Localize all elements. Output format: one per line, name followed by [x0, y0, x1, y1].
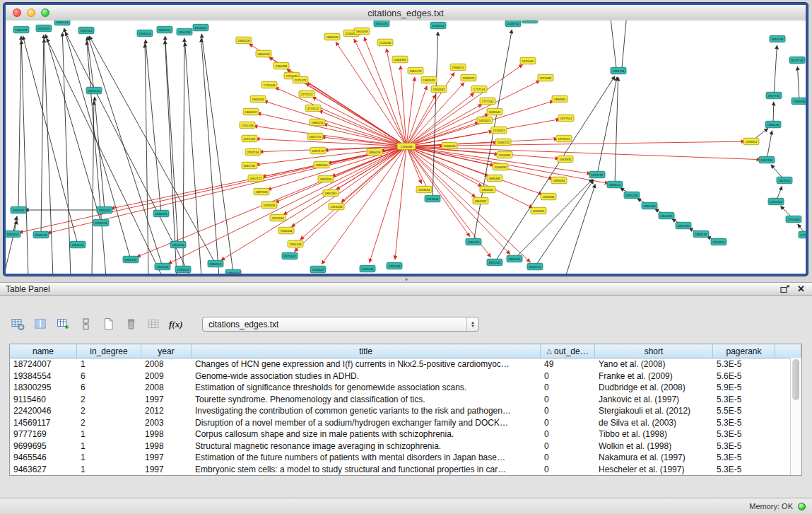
graph-node-label: 2275212: [300, 93, 313, 96]
cell-year: 1997: [141, 452, 192, 462]
cell-in_degree: 2: [77, 418, 141, 428]
minimize-window-button[interactable]: [27, 8, 35, 17]
cell-short: Dudbridge et al. (2008): [595, 382, 713, 392]
graph-node-label: 1633421: [478, 119, 491, 122]
table-row[interactable]: 1872400712008Changes of HCN gene express…: [10, 358, 801, 370]
cell-name: 9463627: [10, 465, 77, 474]
graph-edge: [615, 77, 618, 185]
window-titlebar[interactable]: citations_edges.txt: [6, 5, 806, 21]
graph-node-label: 1901245: [660, 214, 673, 218]
table-row[interactable]: 977716911998Corpus callosum shape and si…: [10, 428, 801, 440]
graph-node-label: 1890134: [643, 204, 656, 208]
graph-node-label: 1905014: [71, 243, 84, 247]
combobox-value: citations_edges.txt: [203, 320, 466, 329]
graph-node-label: 1895481: [488, 177, 501, 180]
graph-edge: [312, 97, 406, 146]
close-panel-icon[interactable]: ✕: [797, 284, 805, 294]
table-row[interactable]: 1830029562008Estimation of significance …: [10, 382, 801, 394]
graph-node-label: 1900124: [56, 21, 69, 24]
graph-node-label: 1891345: [677, 224, 690, 228]
table-row[interactable]: 2242004622012Investigating the contribut…: [10, 405, 801, 417]
toolbar-table-columns-button[interactable]: [31, 315, 50, 333]
column-header-short[interactable]: short: [595, 344, 713, 358]
graph-edge: [406, 73, 454, 146]
graph-node-label: 1890145: [695, 233, 707, 236]
graph-node-label: 7480831: [553, 98, 566, 101]
graph-node-label: 1958222: [462, 76, 475, 80]
table-row[interactable]: 911546021997Tourette syndrome. Phenomeno…: [10, 394, 801, 406]
cell-short: Hescheler et al. (1997): [595, 465, 713, 474]
column-header-title[interactable]: title: [192, 344, 541, 358]
graph-edge: [18, 36, 21, 210]
close-window-button[interactable]: [13, 8, 21, 17]
zoom-window-button[interactable]: [41, 8, 49, 17]
graph-node-label: 1861014: [158, 28, 171, 32]
cell-name: 9777169: [10, 429, 77, 439]
graph-edge: [300, 146, 406, 240]
graph-node-label: 1884474: [311, 121, 324, 124]
graph-node-label: 1891542: [488, 261, 501, 264]
toolbar-table-settings-button[interactable]: [8, 315, 28, 333]
table-row[interactable]: 946554611997Estimation of the future num…: [10, 452, 801, 464]
table-selector-combobox[interactable]: citations_edges.txt▲▼: [202, 317, 479, 332]
graph-edge: [319, 110, 406, 146]
table-body: 1872400712008Changes of HCN gene express…: [10, 358, 801, 475]
graph-node-label: 4275122: [307, 107, 319, 110]
cell-out_de: 0: [541, 382, 595, 392]
column-header-in_degree[interactable]: in_degree: [77, 344, 141, 358]
graph-node-label: 1895491: [553, 179, 565, 182]
toolbar-table-import-button[interactable]: [54, 315, 73, 333]
graph-edge: [145, 44, 148, 274]
cell-short: Nakamura et al. (1997): [595, 452, 713, 462]
toolbar-new-document-button[interactable]: [99, 315, 118, 333]
scrollbar-thumb[interactable]: [792, 359, 799, 400]
graph-node-label: 1211641: [493, 129, 505, 132]
network-graph[interactable]: 1724065190012818002182260881175144117754…: [6, 21, 806, 274]
graph-edge: [406, 146, 559, 158]
graph-node-label: 1762544: [388, 264, 401, 268]
graph-node-label: 1842044: [252, 98, 264, 101]
toolbar-function-button[interactable]: f(x): [167, 315, 186, 333]
table-row[interactable]: 1456911722003Disruption of a novel membe…: [10, 417, 801, 429]
toolbar-table-merge-button[interactable]: [76, 315, 95, 333]
float-window-icon[interactable]: [780, 285, 790, 293]
graph-edge: [201, 38, 219, 274]
graph-node-label: 1914545: [426, 197, 439, 201]
table-panel-title: Table Panel: [6, 284, 50, 294]
graph-node-label: 1859521: [481, 188, 494, 192]
graph-edge: [87, 37, 94, 90]
cell-pagerank: 5.3E-5: [713, 418, 775, 428]
graph-node-label: 1200354: [770, 200, 782, 204]
column-header-out_de[interactable]: △out_de…: [541, 344, 595, 358]
toolbar-delete-button[interactable]: [122, 315, 141, 333]
graph-node-label: 2260881: [275, 64, 288, 68]
vertical-scrollbar[interactable]: [790, 358, 801, 475]
splitter-handle[interactable]: ▾: [401, 277, 411, 282]
graph-node-label: 1961274: [409, 69, 422, 73]
cell-title: Embryonic stem cells: a model to study s…: [192, 465, 541, 474]
cell-name: 19384554: [10, 371, 77, 381]
network-view-canvas[interactable]: 1724065190012818002182260881175144117754…: [6, 21, 806, 274]
column-header-year[interactable]: year: [141, 344, 192, 358]
graph-node-label: 7625442: [283, 255, 296, 258]
table-panel-header: Table Panel ✕: [0, 282, 812, 296]
cell-in_degree: 2: [77, 406, 141, 416]
graph-node-label: 1920014: [227, 271, 240, 274]
table-row[interactable]: 946362711997Embryonic stem cells: a mode…: [10, 464, 801, 476]
column-header-pagerank[interactable]: pagerank: [713, 344, 775, 358]
cell-pagerank: 5.3E-5: [713, 395, 775, 404]
traffic-lights: [13, 8, 49, 17]
toolbar-table-disabled-button[interactable]: [144, 315, 163, 333]
table-row[interactable]: 969969511998Structural magnetic resonanc…: [10, 440, 801, 452]
graph-node-label: 7630144: [289, 243, 302, 246]
table-row[interactable]: 1938455462009Genome-wide association stu…: [10, 370, 801, 382]
combobox-stepper-icon[interactable]: ▲▼: [466, 317, 478, 331]
graph-edge: [406, 114, 489, 146]
graph-node-label: 2787134: [247, 151, 259, 154]
table-panel-body: f(x)citations_edges.txt▲▼ namein_degreey…: [0, 296, 812, 497]
table-settings-icon: [11, 317, 25, 331]
cell-pagerank: 5.3E-5: [713, 441, 775, 451]
cell-short: Franke et al. (2009): [595, 371, 713, 381]
column-header-name[interactable]: name: [10, 344, 77, 358]
graph-node-label: 2148714: [507, 22, 519, 25]
